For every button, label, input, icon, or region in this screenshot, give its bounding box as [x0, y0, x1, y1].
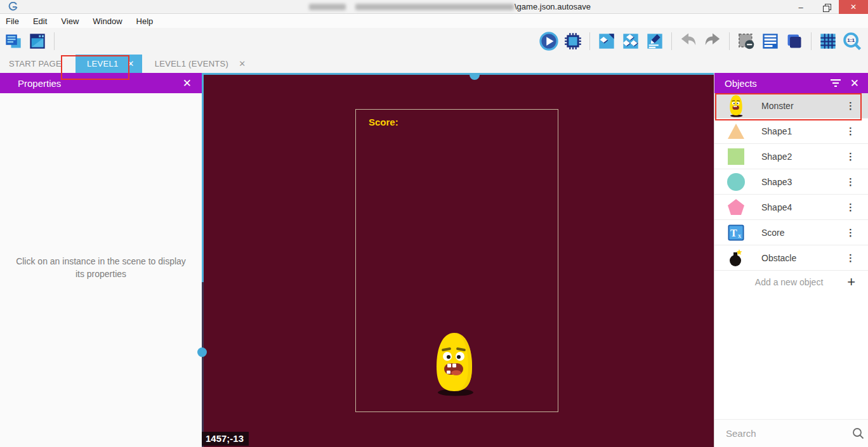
menu-help[interactable]: Help: [136, 16, 154, 26]
toolbar-separator: [671, 32, 672, 50]
minimize-button[interactable]: –: [788, 0, 813, 14]
edit-scene-icon[interactable]: [645, 32, 664, 51]
svg-text:T: T: [730, 227, 737, 238]
selection-top-border: [202, 73, 714, 75]
gdevelop-logo-icon: [8, 2, 18, 12]
kebab-menu-icon[interactable]: ⋮: [846, 254, 855, 262]
object-row-score[interactable]: T x Score ⋮: [714, 220, 868, 245]
layers-icon[interactable]: [785, 32, 804, 51]
tab-level1[interactable]: LEVEL1 ✕: [76, 55, 142, 73]
bomb-icon: [725, 249, 747, 267]
object-label: Shape3: [761, 177, 792, 187]
menu-view[interactable]: View: [61, 16, 79, 26]
tab-label: LEVEL1 (EVENTS): [155, 59, 229, 68]
kebab-menu-icon[interactable]: ⋮: [846, 127, 855, 135]
object-label: Obstacle: [761, 253, 796, 263]
monster-icon: [725, 94, 747, 117]
object-row-obstacle[interactable]: Obstacle ⋮: [714, 245, 868, 271]
menu-edit[interactable]: Edit: [33, 16, 47, 26]
redo-icon[interactable]: [703, 32, 722, 51]
title-bar: \game.json.autosave – ✕: [0, 0, 868, 14]
resize-handle-left[interactable]: [197, 347, 207, 357]
object-label: Shape1: [761, 126, 792, 136]
triangle-icon: [725, 123, 747, 139]
monster-instance[interactable]: [431, 331, 477, 399]
object-row-shape2[interactable]: Shape2 ⋮: [714, 144, 868, 169]
kebab-menu-icon[interactable]: ⋮: [846, 152, 855, 160]
close-icon[interactable]: ✕: [850, 77, 859, 90]
object-row-shape4[interactable]: Shape4 ⋮: [714, 195, 868, 220]
objects-title: Objects: [725, 78, 757, 89]
svg-text:x: x: [738, 232, 742, 239]
properties-title: Properties: [18, 78, 61, 89]
zoom-original-icon[interactable]: 1:1: [843, 32, 862, 51]
deselect-instances-icon[interactable]: [737, 32, 756, 51]
objects-panel: Objects ✕ Monster ⋮: [714, 73, 868, 447]
main-area: Properties ✕ Click on an instance in the…: [0, 73, 868, 447]
properties-hint: Click on an instance in the scene to dis…: [12, 255, 190, 281]
object-label: Score: [761, 228, 785, 238]
kebab-menu-icon[interactable]: ⋮: [846, 203, 855, 211]
search-bar: [714, 419, 868, 447]
menu-bar: File Edit View Window Help: [0, 15, 868, 28]
scene-editor-icon[interactable]: [28, 32, 47, 51]
svg-text:1:1: 1:1: [847, 37, 855, 43]
restore-icon: [823, 4, 830, 11]
add-object-row[interactable]: Add a new object +: [714, 271, 868, 294]
cursor-coordinates: 1457;-13: [202, 432, 249, 446]
score-text-instance[interactable]: Score:: [369, 117, 398, 127]
selection-left-border: [202, 73, 204, 282]
objects-groups-icon[interactable]: [621, 32, 640, 51]
undo-icon[interactable]: [679, 32, 698, 51]
object-label: Shape2: [761, 152, 792, 162]
tab-close-icon[interactable]: ✕: [127, 59, 134, 68]
object-label: Monster: [761, 101, 794, 111]
search-input[interactable]: [726, 428, 852, 439]
menu-window[interactable]: Window: [93, 16, 122, 26]
tab-label: LEVEL1: [87, 59, 119, 68]
object-row-shape1[interactable]: Shape1 ⋮: [714, 119, 868, 144]
tab-level1-events[interactable]: LEVEL1 (EVENTS) ✕: [146, 55, 255, 73]
project-manager-icon[interactable]: [4, 32, 23, 51]
play-icon[interactable]: [539, 32, 558, 51]
close-button[interactable]: ✕: [839, 0, 868, 14]
circle-icon: [725, 173, 747, 191]
square-icon: [725, 148, 747, 165]
properties-header: Properties ✕: [0, 73, 202, 93]
close-icon[interactable]: ✕: [183, 77, 192, 90]
object-label: Shape4: [761, 202, 792, 212]
grid-icon[interactable]: [819, 32, 838, 51]
panel-divider: [202, 282, 204, 447]
kebab-menu-icon[interactable]: ⋮: [846, 178, 855, 186]
redacted-text: [355, 4, 514, 10]
monster-sprite-image: [431, 331, 477, 397]
restore-button[interactable]: [813, 0, 839, 14]
kebab-menu-icon[interactable]: ⋮: [846, 101, 855, 110]
toolbar: 1:1: [0, 28, 868, 55]
menu-file[interactable]: File: [6, 16, 19, 26]
object-row-monster[interactable]: Monster ⋮: [714, 93, 868, 119]
scene-canvas[interactable]: Score: 1457;-13: [202, 73, 714, 447]
add-object-icon[interactable]: [597, 32, 616, 51]
object-row-shape3[interactable]: Shape3 ⋮: [714, 169, 868, 195]
resize-handle-top[interactable]: [470, 75, 480, 80]
toolbar-separator: [811, 32, 812, 50]
toolbar-separator: [589, 32, 590, 50]
objects-list-empty-space: [714, 294, 868, 419]
debug-icon[interactable]: [563, 32, 582, 51]
window-title: \game.json.autosave: [515, 2, 591, 11]
toolbar-separator: [729, 32, 730, 50]
tab-start-page[interactable]: START PAGE: [0, 55, 70, 73]
plus-icon[interactable]: +: [847, 276, 855, 288]
tab-label: START PAGE: [9, 59, 62, 68]
text-object-icon: T x: [725, 224, 747, 241]
search-icon[interactable]: [852, 427, 864, 439]
instances-list-icon[interactable]: [761, 32, 780, 51]
kebab-menu-icon[interactable]: ⋮: [846, 228, 855, 236]
add-object-label: Add a new object: [714, 277, 847, 287]
properties-panel: Properties ✕ Click on an instance in the…: [0, 73, 202, 447]
filter-icon[interactable]: [830, 79, 841, 87]
tab-close-icon[interactable]: ✕: [239, 59, 246, 68]
toolbar-separator: [54, 32, 55, 50]
pentagon-icon: [725, 198, 747, 216]
